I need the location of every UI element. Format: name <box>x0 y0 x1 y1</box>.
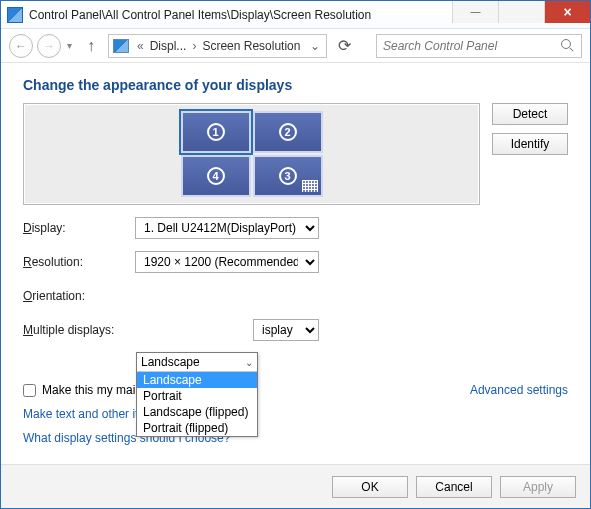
multiple-displays-select-partial[interactable]: isplay <box>253 319 319 341</box>
display-icon <box>113 39 129 53</box>
search-input[interactable] <box>377 39 561 53</box>
preview-side-buttons: Detect Identify <box>492 103 568 155</box>
help-link[interactable]: What display settings should I choose? <box>23 431 568 445</box>
display-icon <box>7 7 23 23</box>
display-select[interactable]: 1. Dell U2412M(DisplayPort) <box>135 217 319 239</box>
breadcrumb-segment[interactable]: Screen Resolution <box>200 39 304 53</box>
page-title: Change the appearance of your displays <box>23 77 568 93</box>
back-button[interactable]: ← <box>9 34 33 58</box>
orientation-option-portrait-flipped[interactable]: Portrait (flipped) <box>137 420 257 436</box>
close-button[interactable]: × <box>544 1 590 23</box>
breadcrumb-segment[interactable]: Displ... <box>148 39 189 53</box>
main-display-checkbox[interactable] <box>23 384 36 397</box>
resolution-select[interactable]: 1920 × 1200 (Recommended) <box>135 251 319 273</box>
monitor-3[interactable]: 3 <box>253 155 323 197</box>
screen-resolution-window: Control Panel\All Control Panel Items\Di… <box>0 0 591 509</box>
monitor-layout: 1 2 4 3 <box>181 111 323 197</box>
window-title: Control Panel\All Control Panel Items\Di… <box>29 8 452 22</box>
text-size-link[interactable]: Make text and other items larger or smal… <box>23 407 568 421</box>
multiple-displays-label: Multiple displays:Multiple displays: <box>23 323 135 337</box>
orientation-select-value: Landscape <box>141 355 200 369</box>
monitor-2[interactable]: 2 <box>253 111 323 153</box>
address-bar[interactable]: « Displ... › Screen Resolution ⌄ <box>108 34 327 58</box>
address-dropdown-button[interactable]: ⌄ <box>304 39 326 53</box>
cancel-button[interactable]: Cancel <box>416 476 492 498</box>
display-label: DDisplay:isplay: <box>23 221 135 235</box>
title-bar: Control Panel\All Control Panel Items\Di… <box>1 1 590 29</box>
main-display-row: Make this my main display Advanced setti… <box>23 383 568 397</box>
display-preview[interactable]: 1 2 4 3 <box>23 103 480 205</box>
orientation-option-landscape-flipped[interactable]: Landscape (flipped) <box>137 404 257 420</box>
orientation-option-landscape[interactable]: Landscape <box>137 372 257 388</box>
taskbar-icon <box>302 180 318 192</box>
chevron-right-icon: › <box>188 39 200 53</box>
multiple-displays-row: Multiple displays:Multiple displays: isp… <box>23 319 568 341</box>
up-button[interactable]: ↑ <box>78 34 104 58</box>
recent-locations-button[interactable]: ▾ <box>65 40 74 51</box>
chevron-down-icon: ⌄ <box>245 357 253 368</box>
window-controls: — × <box>452 1 590 23</box>
maximize-button[interactable] <box>498 1 544 23</box>
chevron-right-icon: « <box>133 39 148 53</box>
display-row: DDisplay:isplay: 1. Dell U2412M(DisplayP… <box>23 217 568 239</box>
resolution-label: Resolution:Resolution: <box>23 255 135 269</box>
orientation-select-head[interactable]: Landscape ⌄ <box>137 353 257 372</box>
orientation-option-portrait[interactable]: Portrait <box>137 388 257 404</box>
apply-button[interactable]: Apply <box>500 476 576 498</box>
ok-button[interactable]: OK <box>332 476 408 498</box>
dialog-footer: OK Cancel Apply <box>1 464 590 508</box>
monitor-4[interactable]: 4 <box>181 155 251 197</box>
resolution-row: Resolution:Resolution: 1920 × 1200 (Reco… <box>23 251 568 273</box>
search-box[interactable] <box>376 34 582 58</box>
forward-button[interactable]: → <box>37 34 61 58</box>
orientation-row: Orientation:Orientation: <box>23 285 568 307</box>
monitor-1[interactable]: 1 <box>181 111 251 153</box>
preview-row: 1 2 4 3 Detect Identify <box>23 103 568 205</box>
minimize-button[interactable]: — <box>452 1 498 23</box>
refresh-button[interactable]: ⟳ <box>331 34 357 58</box>
nav-bar: ← → ▾ ↑ « Displ... › Screen Resolution ⌄… <box>1 29 590 63</box>
advanced-settings-link[interactable]: Advanced settings <box>470 383 568 397</box>
orientation-label: Orientation:Orientation: <box>23 289 135 303</box>
identify-button[interactable]: Identify <box>492 133 568 155</box>
detect-button[interactable]: Detect <box>492 103 568 125</box>
content-area: Change the appearance of your displays 1… <box>1 63 590 464</box>
search-icon[interactable] <box>561 39 575 53</box>
orientation-select[interactable]: Landscape ⌄ Landscape Portrait Landscape… <box>136 352 258 437</box>
